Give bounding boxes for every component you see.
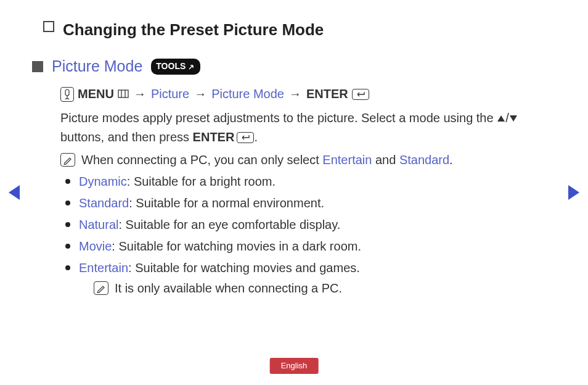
svg-rect-1 <box>118 90 128 97</box>
list-item: Standard: Suitable for a normal environm… <box>64 194 533 213</box>
menu-step-picture-mode: Picture Mode <box>211 85 284 104</box>
down-triangle-icon <box>509 109 518 128</box>
svg-marker-5 <box>510 115 517 122</box>
desc-part2: buttons, and then press <box>60 130 193 144</box>
mode-desc: : Suitable for a normal environment. <box>129 196 324 210</box>
section-bullet-hollow-icon <box>43 21 54 32</box>
list-item: Movie: Suitable for watching movies in a… <box>64 237 533 256</box>
menu-step-picture: Picture <box>151 85 189 104</box>
list-item: Natural: Suitable for an eye comfortable… <box>64 215 533 234</box>
up-triangle-icon <box>497 109 505 128</box>
mode-list: Dynamic: Suitable for a bright room. Sta… <box>64 172 533 298</box>
entertain-note-text: It is only available when connecting a P… <box>115 279 342 298</box>
description: Picture modes apply preset adjustments t… <box>60 109 533 147</box>
entertain-sub-note: It is only available when connecting a P… <box>94 279 533 298</box>
language-badge: English <box>270 358 319 374</box>
chevron-right-icon <box>568 185 579 200</box>
desc-part1: Picture modes apply preset adjustments t… <box>60 111 497 125</box>
mode-name: Movie <box>79 239 112 253</box>
svg-rect-0 <box>65 89 69 96</box>
tools-label: TOOLS <box>156 60 186 73</box>
arrow-1: → <box>133 85 147 104</box>
pc-note-and: and <box>372 153 399 167</box>
pc-note-post: . <box>449 153 453 167</box>
pc-note-pre: When connecting a PC, you can only selec… <box>81 153 322 167</box>
mode-name: Natural <box>79 218 118 231</box>
mode-name: Entertain <box>79 261 128 275</box>
prev-page-button[interactable] <box>9 185 20 200</box>
mode-desc: : Suitable for an eye comfortable displa… <box>118 218 340 231</box>
tools-arrow-icon <box>188 63 195 70</box>
enter-icon-2 <box>237 132 254 143</box>
list-item: Dynamic: Suitable for a bright room. <box>64 172 533 191</box>
remote-menu-icon <box>60 87 74 102</box>
menu-path: MENU → Picture → Picture Mode → ENTER <box>60 85 533 104</box>
section-subhead: Picture Mode <box>52 54 142 78</box>
list-item: Entertain: Suitable for watching movies … <box>64 259 533 298</box>
enter-label-2: ENTER <box>193 130 235 144</box>
title-row: Changing the Preset Picture Mode <box>43 17 533 42</box>
page-content: Changing the Preset Picture Mode Picture… <box>0 0 588 298</box>
pc-note-entertain: Entertain <box>322 153 372 167</box>
menu-label: MENU <box>78 85 114 104</box>
main-body: MENU → Picture → Picture Mode → ENTER Pi… <box>60 85 533 298</box>
menu-grid-icon <box>118 85 129 104</box>
section-bullet-solid-icon <box>32 61 43 72</box>
chevron-left-icon <box>9 185 20 200</box>
mode-desc: : Suitable for a bright room. <box>127 175 276 188</box>
note-icon <box>60 153 75 167</box>
desc-period: . <box>254 130 258 144</box>
note-icon <box>94 281 108 295</box>
next-page-button[interactable] <box>568 185 579 200</box>
enter-icon <box>352 89 369 100</box>
mode-name: Dynamic <box>79 175 127 188</box>
page-title: Changing the Preset Picture Mode <box>63 17 324 42</box>
mode-desc: : Suitable for watching movies and games… <box>128 261 360 275</box>
pc-note-standard: Standard <box>399 153 449 167</box>
arrow-2: → <box>193 85 208 104</box>
arrow-3: → <box>288 85 303 104</box>
enter-label-1: ENTER <box>306 85 348 104</box>
svg-marker-4 <box>497 115 505 122</box>
subhead-row: Picture Mode TOOLS <box>32 54 533 78</box>
mode-desc: : Suitable for watching movies in a dark… <box>112 239 361 253</box>
pc-note: When connecting a PC, you can only selec… <box>60 151 533 170</box>
pc-note-text: When connecting a PC, you can only selec… <box>81 151 453 170</box>
tools-badge: TOOLS <box>151 59 200 75</box>
mode-name: Standard <box>79 196 129 210</box>
